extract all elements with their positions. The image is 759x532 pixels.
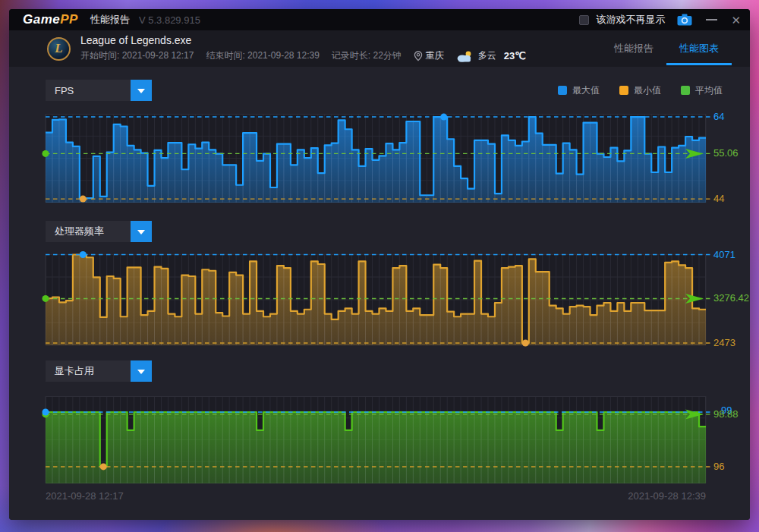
fps-metric-select[interactable]: FPS	[46, 80, 152, 101]
close-button[interactable]: ✕	[731, 14, 741, 26]
city-label: 重庆	[426, 49, 444, 62]
chevron-down-icon[interactable]	[131, 80, 152, 101]
fps-min-label: 44	[713, 193, 724, 204]
x-axis-end-time: 2021-09-28 12:39	[46, 490, 706, 502]
cpu-chart-plot	[46, 254, 706, 345]
fps-max-label: 64	[713, 111, 724, 122]
gpu-chart-plot	[46, 396, 706, 483]
cpu-max-label: 4071	[713, 249, 735, 260]
cpu-control-row: 处理器频率	[46, 221, 723, 242]
cpu-select-value: 处理器频率	[46, 221, 131, 242]
legend-item-avg[interactable]: 平均值	[681, 84, 723, 97]
fps-avg-label: 55.06	[713, 147, 739, 159]
legend-avg-swatch	[681, 86, 690, 95]
legend-max-label: 最大值	[572, 84, 600, 97]
duration: 记录时长: 22分钟	[332, 49, 402, 62]
window-title: 性能报告	[90, 13, 130, 27]
legend-item-min[interactable]: 最小值	[619, 84, 661, 97]
legend-avg-label: 平均值	[695, 84, 723, 97]
end-time: 结束时间: 2021-09-28 12:39	[206, 49, 319, 62]
start-time: 开始时间: 2021-09-28 12:17	[80, 49, 194, 62]
tab-performance-chart[interactable]: 性能图表	[666, 30, 732, 67]
gpu-select-value: 显卡占用	[46, 360, 131, 382]
minimize-button[interactable]	[706, 19, 717, 20]
chevron-down-icon[interactable]	[131, 221, 152, 242]
gpu-avg-label: 98.88	[713, 408, 739, 420]
fps-select-value: FPS	[46, 80, 131, 101]
legend-min-label: 最小值	[634, 84, 661, 97]
game-name: League of Legends.exe	[80, 35, 526, 46]
gamepp-performance-window: GamePP 性能报告 V 5.3.829.915 该游戏不再显示 ✕ L Le…	[9, 9, 750, 520]
report-tabs: 性能报告 性能图表	[601, 30, 732, 67]
fps-chart-plot	[46, 114, 706, 203]
app-version: V 5.3.829.915	[139, 14, 200, 26]
tab-performance-report[interactable]: 性能报告	[601, 30, 666, 67]
report-header: L League of Legends.exe 开始时间: 2021-09-28…	[9, 30, 750, 67]
cpu-metric-select[interactable]: 处理器频率	[46, 221, 152, 242]
gpu-metric-select[interactable]: 显卡占用	[46, 360, 152, 382]
desktop-background: GamePP 性能报告 V 5.3.829.915 该游戏不再显示 ✕ L Le…	[0, 0, 759, 532]
cpu-avg-label: 3276.42	[713, 292, 749, 304]
legend-item-max[interactable]: 最大值	[558, 84, 600, 97]
weather-icon	[456, 50, 474, 62]
titlebar: GamePP 性能报告 V 5.3.829.915 该游戏不再显示 ✕	[9, 9, 750, 30]
gpu-min-label: 96	[713, 461, 724, 472]
gamepp-logo: GamePP	[23, 12, 78, 27]
legend-max-swatch	[558, 86, 567, 95]
chevron-down-icon[interactable]	[131, 360, 152, 382]
dont-show-again-checkbox[interactable]	[579, 15, 589, 25]
screenshot-button[interactable]	[677, 14, 692, 26]
location-pin-icon	[414, 51, 423, 61]
charts-body: FPS 最大值 最小值 平均值 64 55.06 44 处理器频率	[9, 67, 750, 520]
game-icon: L	[47, 37, 71, 61]
legend-min-swatch	[619, 86, 628, 95]
dont-show-again-label: 该游戏不再显示	[596, 13, 665, 27]
chart-legend: 最大值 最小值 平均值	[558, 84, 723, 97]
fps-control-row: FPS 最大值 最小值 平均值	[46, 80, 723, 101]
cpu-min-label: 2473	[713, 337, 735, 348]
temperature-label: 23℃	[504, 50, 526, 61]
weather-label: 多云	[478, 49, 496, 62]
gpu-control-row: 显卡占用	[46, 360, 723, 382]
